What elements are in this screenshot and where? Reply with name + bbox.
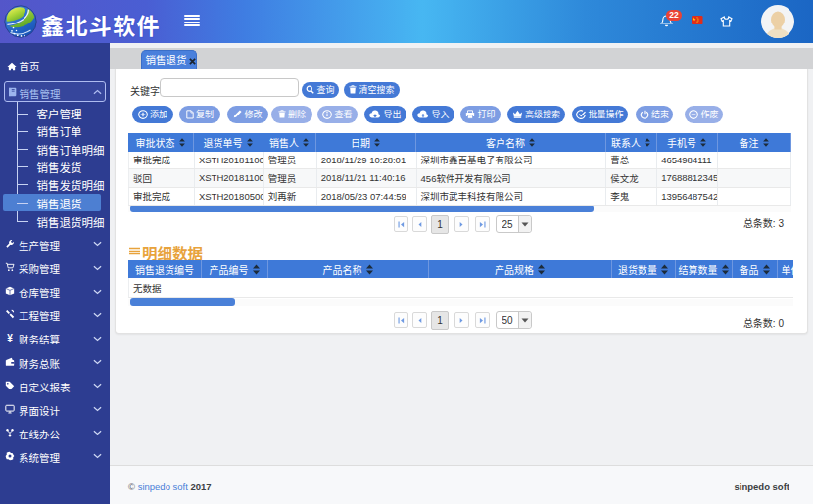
svg-text:¥: ¥ xyxy=(7,333,13,343)
